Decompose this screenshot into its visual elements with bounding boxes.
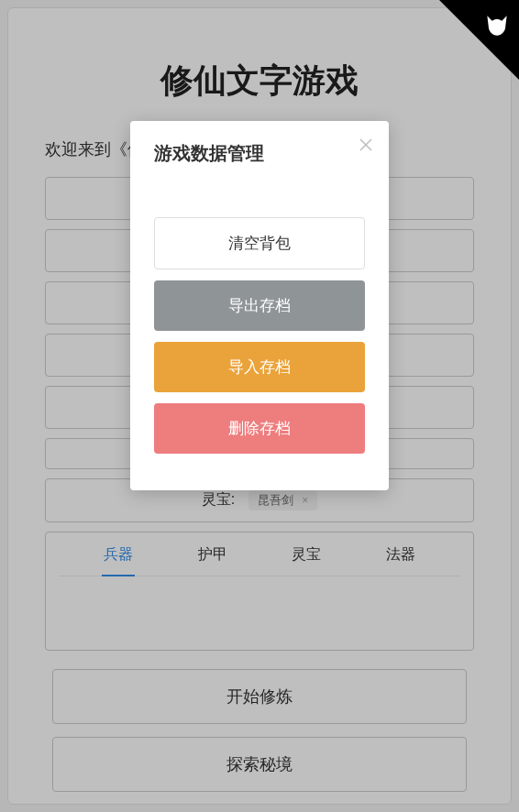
tab-armor[interactable]: 护甲 <box>166 532 260 576</box>
cultivate-button[interactable]: 开始修炼 <box>52 669 467 724</box>
tab-faqi[interactable]: 法器 <box>354 532 448 576</box>
actions-panel: 开始修炼 探索秘境 数据管理 当前游戏版本0.3.8 <box>52 669 467 805</box>
close-icon[interactable]: × <box>302 494 308 507</box>
lingbao-item-tag[interactable]: 昆吾剑 × <box>248 490 318 510</box>
explore-button[interactable]: 探索秘境 <box>52 737 467 792</box>
stat-lingbao-label: 灵宝: <box>202 491 235 507</box>
export-save-button[interactable]: 导出存档 <box>154 280 365 331</box>
delete-save-button[interactable]: 删除存档 <box>154 403 365 454</box>
corner-ribbon[interactable] <box>405 0 519 114</box>
import-save-button[interactable]: 导入存档 <box>154 342 365 392</box>
modal-title: 游戏数据管理 <box>154 141 365 166</box>
data-manage-modal: 游戏数据管理 清空背包 导出存档 导入存档 删除存档 <box>130 121 389 490</box>
clear-bag-button[interactable]: 清空背包 <box>154 217 365 269</box>
tab-lingbao[interactable]: 灵宝 <box>260 532 354 576</box>
modal-buttons: 清空背包 导出存档 导入存档 删除存档 <box>154 217 365 454</box>
lingbao-item-name: 昆吾剑 <box>258 493 293 507</box>
inventory-tabs: 兵器 护甲 灵宝 法器 <box>45 532 474 651</box>
cat-icon <box>482 11 512 40</box>
tab-weapons[interactable]: 兵器 <box>72 532 166 576</box>
tab-row: 兵器 护甲 灵宝 法器 <box>59 532 460 576</box>
close-icon[interactable] <box>359 137 372 154</box>
